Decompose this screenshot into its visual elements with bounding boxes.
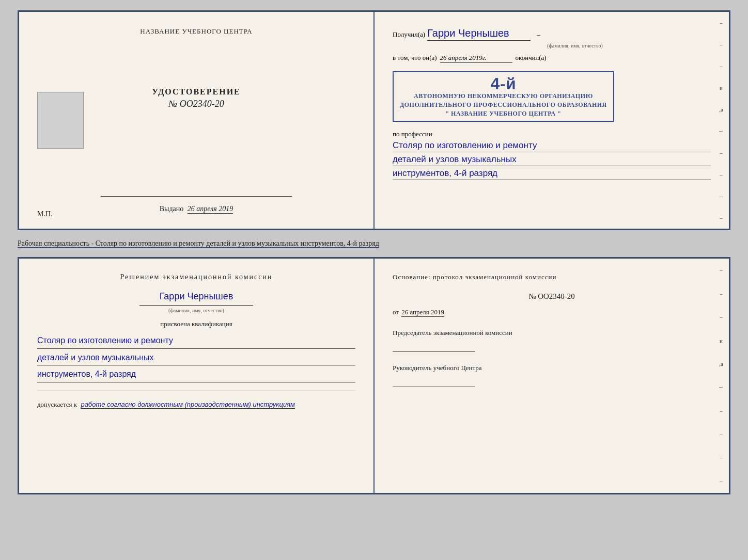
- top-document: НАЗВАНИЕ УЧЕБНОГО ЦЕНТРА УДОСТОВЕРЕНИЕ №…: [18, 10, 730, 230]
- vtom-label: в том, что он(а): [393, 54, 437, 62]
- rukovoditel-label: Руководитель учебного Центра: [393, 362, 711, 374]
- rukovoditel-block: Руководитель учебного Центра: [393, 362, 711, 387]
- dopuskaetsya-label: допускается к: [37, 401, 77, 408]
- predsedatel-block: Председатель экзаменационной комиссии: [393, 327, 711, 352]
- osnovanie-header: Основание: протокол экзаменационной коми…: [393, 271, 711, 283]
- subtitle-text: Рабочая специальность - Столяр по изгото…: [18, 239, 379, 248]
- udostoverenie-title: УДОСТОВЕРЕНИЕ: [152, 87, 241, 97]
- qual-line3: инструментов, 4-й разряд: [37, 367, 355, 382]
- qual-line1: Столяр по изготовлению и ремонту: [37, 334, 355, 349]
- prisvoena-label: присвоена квалификация: [160, 320, 232, 328]
- profession-line3: инструментов, 4-й разряд: [393, 168, 711, 180]
- fio-hint-top: (фамилия, имя, отчество): [439, 43, 711, 49]
- poluchil-label: Получил(а): [393, 30, 425, 39]
- vydano-date: 26 апреля 2019: [188, 205, 233, 214]
- bottom-document: Решением экзаменационной комиссии Гарри …: [18, 257, 730, 494]
- udostoverenie-num: № OO2340-20: [152, 99, 241, 109]
- prisvoena-line: присвоена квалификация: [37, 319, 355, 330]
- protocol-date-prefix: от: [393, 308, 399, 316]
- stamp-bignum: 4-й: [400, 75, 607, 92]
- vtom-line: в том, что он(а) 26 апреля 2019г. окончи…: [393, 54, 711, 63]
- subtitle-bar: Рабочая специальность - Столяр по изгото…: [18, 236, 730, 251]
- top-right-page: Получил(а) Гарри Чернышев – (фамилия, им…: [375, 12, 729, 229]
- right-edge-dashes: – – – и ,а ← – – – –: [713, 12, 729, 229]
- bottom-fio-hint: (фамилия, имя, отчество): [37, 307, 355, 315]
- bottom-right-page: Основание: протокол экзаменационной коми…: [375, 259, 729, 493]
- protocol-date: от 26 апреля 2019: [393, 307, 711, 318]
- photo-placeholder: [37, 92, 84, 149]
- vydano-label: Выдано: [160, 205, 184, 213]
- dopuskaetsya-value: работе согласно должностным (производств…: [81, 401, 295, 409]
- rukovoditel-signature-line: [393, 377, 475, 387]
- okonchil-label: окончил(а): [516, 54, 547, 62]
- stamp-block: 4-й АВТОНОМНУЮ НЕКОММЕРЧЕСКУЮ ОРГАНИЗАЦИ…: [393, 71, 614, 122]
- vydano-block: Выдано 26 апреля 2019: [160, 205, 233, 213]
- recipient-line: Получил(а) Гарри Чернышев –: [393, 27, 711, 41]
- udostoverenie-block: УДОСТОВЕРЕНИЕ № OO2340-20: [152, 87, 241, 109]
- stamp-line3: " НАЗВАНИЕ УЧЕБНОГО ЦЕНТРА ": [445, 110, 561, 117]
- resheniem-header: Решением экзаменационной комиссии: [37, 271, 355, 283]
- predsedatel-signature-line: [393, 342, 475, 352]
- bottom-person-name: Гарри Чернышев: [139, 289, 253, 306]
- bottom-left-page: Решением экзаменационной комиссии Гарри …: [19, 259, 375, 493]
- stamp-line1: АВТОНОМНУЮ НЕКОММЕРЧЕСКУЮ ОРГАНИЗАЦИЮ: [414, 92, 593, 100]
- profession-line1: Столяр по изготовлению и ремонту: [393, 140, 711, 152]
- recipient-name: Гарри Чернышев: [427, 27, 531, 41]
- separator-line: [37, 391, 355, 391]
- predsedatel-label: Председатель экзаменационной комиссии: [393, 327, 711, 339]
- po-professii: по профессии Столяр по изготовлению и ре…: [393, 130, 711, 180]
- vtom-date: 26 апреля 2019г.: [440, 54, 512, 63]
- profession-line2: деталей и узлов музыкальных: [393, 154, 711, 166]
- qual-line2: деталей и узлов музыкальных: [37, 351, 355, 366]
- po-professii-label: по профессии: [393, 130, 432, 138]
- mp-label: М.П.: [37, 210, 53, 218]
- protocol-num: № OO2340-20: [393, 290, 711, 303]
- bottom-right-edge-dashes: – – – и ,а ← – – – –: [713, 259, 729, 493]
- protocol-date-value: 26 апреля 2019: [401, 308, 444, 317]
- top-left-page: НАЗВАНИЕ УЧЕБНОГО ЦЕНТРА УДОСТОВЕРЕНИЕ №…: [19, 12, 375, 229]
- top-left-header: НАЗВАНИЕ УЧЕБНОГО ЦЕНТРА: [37, 27, 355, 36]
- stamp-line2: ДОПОЛНИТЕЛЬНОГО ПРОФЕССИОНАЛЬНОГО ОБРАЗО…: [400, 101, 607, 108]
- dopuskaetsya-line: допускается к работе согласно должностны…: [37, 399, 355, 410]
